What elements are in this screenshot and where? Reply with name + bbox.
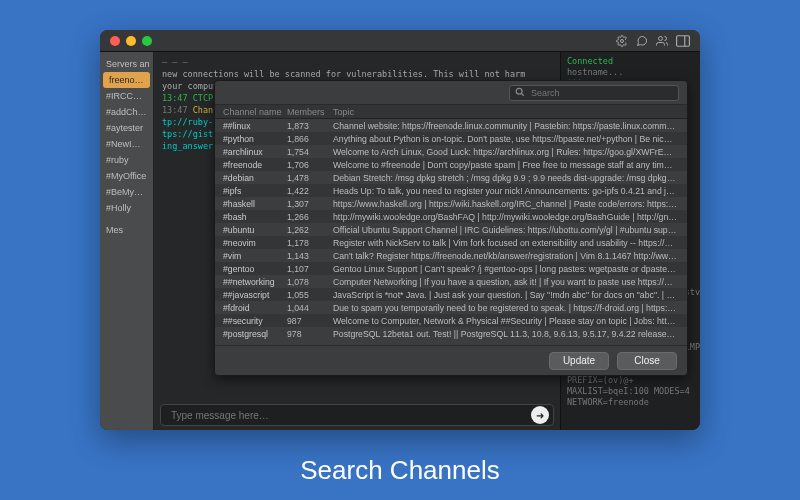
table-row[interactable]: #fdroid1,044Due to spam you temporarily … [215,301,687,314]
table-row[interactable]: ##linux1,873Channel website: https://fre… [215,119,687,132]
sidebar-toggle-icon[interactable] [676,35,690,47]
cell-topic: Welcome to Computer, Network & Physical … [333,316,687,326]
sidebar-item-ruby[interactable]: #ruby [100,152,153,168]
svg-point-1 [659,36,663,40]
window-minimize-icon[interactable] [126,36,136,46]
cell-channel-name: ##networking [215,277,287,287]
table-row[interactable]: #freenode1,706Welcome to #freenode | Don… [215,158,687,171]
users-icon[interactable] [656,35,668,47]
cell-topic: Anything about Python is on-topic. Don't… [333,134,687,144]
message-input[interactable] [169,409,531,422]
main-pane: — — —new connections will be scanned for… [154,52,700,430]
table-row[interactable]: #gentoo1,107Gentoo Linux Support | Can't… [215,262,687,275]
cell-topic: https://www.haskell.org | https://wiki.h… [333,199,687,209]
cell-topic: Official Ubuntu Support Channel | IRC Gu… [333,225,687,235]
table-header: Channel name Members Topic [215,105,687,119]
table-row[interactable]: #vim1,143Can't talk? Register https://fr… [215,249,687,262]
cell-topic: Heads Up: To talk, you need to register … [333,186,687,196]
cell-channel-name: #python [215,134,287,144]
cell-channel-name: #neovim [215,238,287,248]
cell-members: 1,478 [287,173,333,183]
sidebar-item-ircchann[interactable]: #IRCChann [100,88,153,104]
cell-topic: Due to spam you temporarily need to be r… [333,303,687,313]
search-icon [515,87,525,99]
cell-topic: Computer Networking | If you have a ques… [333,277,687,287]
sidebar-item-aytester[interactable]: #aytester [100,120,153,136]
server-info-line: hostname... [567,67,694,78]
search-field[interactable] [509,85,679,101]
cell-topic: http://mywiki.wooledge.org/BashFAQ | htt… [333,212,687,222]
cell-topic: PostgreSQL 12beta1 out. Test! || Postgre… [333,329,687,339]
cell-channel-name: #ipfs [215,186,287,196]
table-row[interactable]: #debian1,478Debian Stretch: /msg dpkg st… [215,171,687,184]
cell-topic: Register with NickServ to talk | Vim for… [333,238,687,248]
cell-channel-name: ##javascript [215,290,287,300]
arrow-right-icon: ➜ [536,410,544,421]
message-input-row: ➜ [160,404,554,426]
search-input[interactable] [529,87,673,99]
cell-members: 1,266 [287,212,333,222]
cell-channel-name: #archlinux [215,147,287,157]
page-caption: Search Channels [0,455,800,486]
cell-members: 1,107 [287,264,333,274]
sidebar-item-holly[interactable]: #Holly [100,200,153,216]
col-members[interactable]: Members [287,107,333,117]
col-channel-name[interactable]: Channel name [215,107,287,117]
table-row[interactable]: #haskell1,307https://www.haskell.org | h… [215,197,687,210]
cell-members: 1,422 [287,186,333,196]
cell-members: 1,078 [287,277,333,287]
cell-members: 1,262 [287,225,333,235]
send-button[interactable]: ➜ [531,406,549,424]
app-window: Servers an freenode#IRCChann#addChann#ay… [100,30,700,430]
sidebar-item-freenode[interactable]: freenode [103,72,150,88]
cell-channel-name: #bash [215,212,287,222]
cell-channel-name: #vim [215,251,287,261]
table-row[interactable]: #ubuntu1,262Official Ubuntu Support Chan… [215,223,687,236]
cell-members: 1,178 [287,238,333,248]
sidebar-footer: Mes [100,222,153,238]
cell-channel-name: #postgresql [215,329,287,339]
cell-members: 1,307 [287,199,333,209]
table-row[interactable]: #archlinux1,754Welcome to Arch Linux, Go… [215,145,687,158]
cell-channel-name: ##security [215,316,287,326]
table-row[interactable]: ##javascript1,055JavaScript is *not* Jav… [215,288,687,301]
table-row[interactable]: #python1,866Anything about Python is on-… [215,132,687,145]
cell-members: 1,873 [287,121,333,131]
close-button[interactable]: Close [617,352,677,370]
table-row[interactable]: ##networking1,078Computer Networking | I… [215,275,687,288]
cell-channel-name: ##linux [215,121,287,131]
server-sidebar: Servers an freenode#IRCChann#addChann#ay… [100,52,154,430]
sidebar-item-addchann[interactable]: #addChann [100,104,153,120]
window-close-icon[interactable] [110,36,120,46]
chat-icon[interactable] [636,35,648,47]
update-button[interactable]: Update [549,352,609,370]
svg-rect-2 [677,35,690,46]
svg-line-5 [521,93,524,96]
cell-channel-name: #freenode [215,160,287,170]
table-row[interactable]: #bash1,266http://mywiki.wooledge.org/Bas… [215,210,687,223]
cell-topic: Channel website: https://freenode.linux.… [333,121,687,131]
cell-topic: Welcome to #freenode | Don't copy/paste … [333,160,687,170]
channel-search-panel: Channel name Members Topic ##linux1,873C… [214,80,688,376]
cell-members: 987 [287,316,333,326]
window-zoom-icon[interactable] [142,36,152,46]
gear-icon[interactable] [616,35,628,47]
server-info-line: NETWORK=freenode [567,397,694,408]
cell-members: 1,706 [287,160,333,170]
cell-members: 1,866 [287,134,333,144]
cell-members: 1,143 [287,251,333,261]
table-row[interactable]: #ipfs1,422Heads Up: To talk, you need to… [215,184,687,197]
cell-members: 1,754 [287,147,333,157]
col-topic[interactable]: Topic [333,107,687,117]
server-info-line: Connected [567,56,694,67]
cell-channel-name: #ubuntu [215,225,287,235]
table-row[interactable]: #postgresql978PostgreSQL 12beta1 out. Te… [215,327,687,340]
svg-point-0 [621,39,624,42]
sidebar-item-bemygue[interactable]: #BeMyGue [100,184,153,200]
cell-topic: JavaScript is *not* Java. | Just ask you… [333,290,687,300]
table-row[interactable]: ##security987Welcome to Computer, Networ… [215,314,687,327]
table-row[interactable]: #neovim1,178Register with NickServ to ta… [215,236,687,249]
cell-topic: Can't talk? Register https://freenode.ne… [333,251,687,261]
sidebar-item-myoffice[interactable]: #MyOffice [100,168,153,184]
sidebar-item-newircc[interactable]: #NewIRCC [100,136,153,152]
